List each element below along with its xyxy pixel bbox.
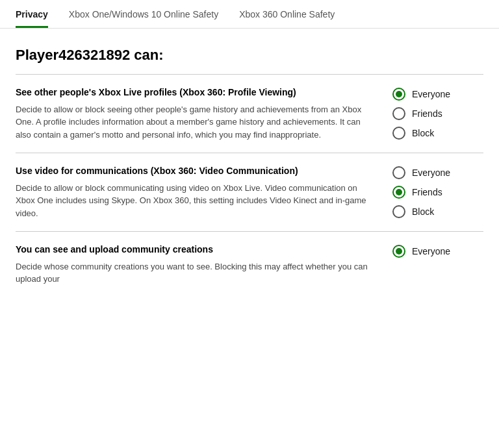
radio-circle-block xyxy=(392,127,405,140)
radio-circle-everyone xyxy=(392,245,405,258)
setting-options-profile-viewing: EveryoneFriendsBlock xyxy=(392,86,483,140)
tab-privacy[interactable]: Privacy xyxy=(16,0,48,28)
radio-label-everyone: Everyone xyxy=(412,246,450,256)
radio-label-block: Block xyxy=(412,128,434,138)
radio-community-creations-everyone[interactable]: Everyone xyxy=(392,245,483,258)
radio-video-communication-friends[interactable]: Friends xyxy=(392,186,483,199)
setting-row-video-communication: Use video for communications (Xbox 360: … xyxy=(16,153,483,232)
setting-title-video-communication: Use video for communications (Xbox 360: … xyxy=(16,165,377,178)
tab-xbox-one[interactable]: Xbox One/Windows 10 Online Safety xyxy=(69,0,218,28)
setting-row-profile-viewing: See other people's Xbox Live profiles (X… xyxy=(16,75,483,153)
setting-text-profile-viewing: See other people's Xbox Live profiles (X… xyxy=(16,86,377,141)
radio-label-friends: Friends xyxy=(412,187,442,197)
radio-profile-viewing-everyone[interactable]: Everyone xyxy=(392,88,483,101)
radio-profile-viewing-friends[interactable]: Friends xyxy=(392,107,483,120)
radio-circle-friends xyxy=(392,107,405,120)
tabs-nav: PrivacyXbox One/Windows 10 Online Safety… xyxy=(0,0,499,29)
radio-label-block: Block xyxy=(412,206,434,217)
radio-circle-everyone xyxy=(392,88,405,101)
radio-video-communication-block[interactable]: Block xyxy=(392,205,483,218)
radio-label-everyone: Everyone xyxy=(412,89,450,99)
setting-desc-video-communication: Decide to allow or block communicating u… xyxy=(16,182,377,220)
setting-options-video-communication: EveryoneFriendsBlock xyxy=(392,165,483,218)
setting-text-community-creations: You can see and upload community creatio… xyxy=(16,243,377,286)
radio-circle-everyone xyxy=(392,166,405,179)
setting-title-profile-viewing: See other people's Xbox Live profiles (X… xyxy=(16,86,377,99)
radio-label-friends: Friends xyxy=(412,108,442,119)
player-title: Player426321892 can: xyxy=(16,47,483,64)
main-content: Player426321892 can: See other people's … xyxy=(0,29,499,304)
setting-desc-community-creations: Decide whose community creations you wan… xyxy=(16,260,377,286)
radio-label-everyone: Everyone xyxy=(412,168,450,178)
setting-title-community-creations: You can see and upload community creatio… xyxy=(16,243,377,256)
setting-desc-profile-viewing: Decide to allow or block seeing other pe… xyxy=(16,103,377,142)
setting-row-community-creations: You can see and upload community creatio… xyxy=(16,232,483,288)
setting-text-video-communication: Use video for communications (Xbox 360: … xyxy=(16,165,377,219)
tab-xbox-360[interactable]: Xbox 360 Online Safety xyxy=(239,0,335,28)
radio-circle-block xyxy=(392,205,405,218)
radio-circle-friends xyxy=(392,186,405,199)
setting-options-community-creations: Everyone xyxy=(392,243,483,258)
radio-profile-viewing-block[interactable]: Block xyxy=(392,127,483,140)
radio-video-communication-everyone[interactable]: Everyone xyxy=(392,166,483,179)
